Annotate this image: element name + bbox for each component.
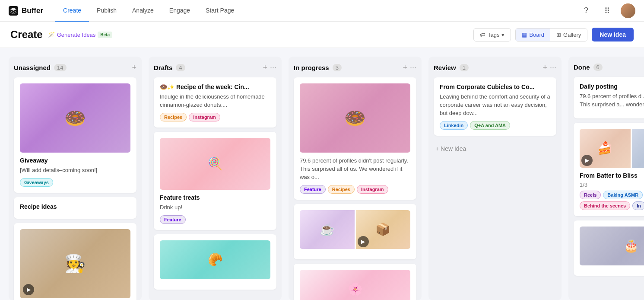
done-extra-image: 🎂 xyxy=(580,227,644,265)
tag-linkedin-1[interactable]: Linkedin xyxy=(440,121,468,130)
tag-recipes-1[interactable]: Recipes xyxy=(160,113,187,121)
card-tags-corporate: Linkedin Q+A and AMA xyxy=(440,121,550,130)
column-title-unassigned: Unassigned xyxy=(14,64,51,71)
card-recipe-week[interactable]: 🍩✨ Recipe of the week: Cin... Indulge in… xyxy=(154,77,276,128)
gallery-view-button[interactable]: ⊞ Gallery xyxy=(550,29,587,41)
tag-giveaways[interactable]: Giveaways xyxy=(20,178,53,187)
tag-instagram-1[interactable]: Instagram xyxy=(189,113,220,121)
column-more-button-in-progress[interactable]: ··· xyxy=(410,64,416,71)
nav-engage[interactable]: Engage xyxy=(162,0,198,22)
board-view-button[interactable]: ▦ Board xyxy=(516,29,550,41)
column-actions-in-progress: + ··· xyxy=(403,64,416,71)
card-title-recipe-week: 🍩✨ Recipe of the week: Cin... xyxy=(160,83,270,90)
chevron-down-icon: ▾ xyxy=(501,32,504,38)
card-daily-posting[interactable]: Daily posting 79.6 percent of profiles d… xyxy=(574,77,644,118)
column-header-unassigned: Unassigned 14 + xyxy=(14,64,136,71)
column-count-review: 1 xyxy=(460,64,469,71)
card-image-popsicles: 🍭 xyxy=(160,138,270,190)
board-label: Board xyxy=(529,32,544,38)
card-tags-batter: Reels Baking ASMR Behind the scenes In xyxy=(580,191,644,210)
nav-right: ? ⠿ xyxy=(579,3,635,18)
tags-button[interactable]: 🏷 Tags ▾ xyxy=(473,28,511,41)
video-badge-grid: ▶ xyxy=(358,236,369,247)
tag-reels-1[interactable]: Reels xyxy=(580,191,601,199)
column-more-button-drafts[interactable]: ··· xyxy=(270,64,276,71)
top-navigation: Buffer Create Publish Analyze Engage Sta… xyxy=(0,0,644,22)
column-title-in-progress: In progress xyxy=(294,64,329,71)
column-add-button-drafts[interactable]: + xyxy=(263,64,267,71)
logo-text: Buffer xyxy=(22,6,43,15)
new-idea-button[interactable]: New Idea xyxy=(592,28,634,41)
column-actions-drafts: + ··· xyxy=(263,64,276,71)
generate-ideas-button[interactable]: 🪄 Generate Ideas Beta xyxy=(48,32,112,38)
recipe-emoji: 🍩✨ xyxy=(160,83,176,90)
column-header-review: Review 1 + ··· xyxy=(434,64,556,71)
coffee-image: ☕ xyxy=(300,210,355,249)
card-image-grid: ☕ 📦 ▶ xyxy=(300,210,410,249)
tag-in-1[interactable]: In xyxy=(632,201,644,210)
board: Unassigned 14 + 🍩 Giveaway [Will add det… xyxy=(0,48,644,300)
card-desc-recipe-week: Indulge in the deliciousness of homemade… xyxy=(160,93,270,109)
card-image-sprinkles: 🍩 xyxy=(300,83,410,153)
tag-icon: 🏷 xyxy=(480,32,485,38)
video-badge-baking: ▶ xyxy=(23,284,34,295)
column-title-done: Done xyxy=(574,64,590,71)
card-baking[interactable]: 🧑‍🍳 ▶ 🔍 Ever wondered what goes on behin… xyxy=(14,223,136,300)
tag-feature-1[interactable]: Feature xyxy=(160,215,186,224)
tag-feature-2[interactable]: Feature xyxy=(300,185,326,194)
nav-create[interactable]: Create xyxy=(55,0,89,22)
card-sprinkles[interactable]: 🍩 79.6 percent of profiles didn't post r… xyxy=(294,77,416,200)
column-header-done: Done 6 xyxy=(574,64,644,71)
sparkle-icon: 🪄 xyxy=(48,32,55,38)
column-unassigned: Unassigned 14 + 🍩 Giveaway [Will add det… xyxy=(9,57,142,300)
card-cyan[interactable]: 🥐 xyxy=(154,234,276,290)
gallery-label: Gallery xyxy=(563,32,581,38)
card-feature-treats[interactable]: 🍭 Feature treats Drink up! Feature xyxy=(154,132,276,230)
grid-button[interactable]: ⠿ xyxy=(600,4,614,18)
card-done-extra[interactable]: 🎂 xyxy=(574,220,644,276)
nav-publish[interactable]: Publish xyxy=(89,0,124,22)
card-tags-sprinkles: Feature Recipes Instagram xyxy=(300,185,410,194)
avatar-image xyxy=(621,3,635,18)
column-header-drafts: Drafts 4 + ··· xyxy=(154,64,276,71)
new-idea-inline-review[interactable]: + New Idea xyxy=(434,142,556,156)
box-image-container: 📦 ▶ xyxy=(356,210,411,249)
buffer-logo-icon xyxy=(9,6,18,16)
column-done: Done 6 Daily posting 79.6 percent of pro… xyxy=(568,57,644,300)
card-title-corporate: From Corporate Cubicles to Co... xyxy=(440,83,550,90)
tag-recipes-2[interactable]: Recipes xyxy=(328,185,355,194)
logo[interactable]: Buffer xyxy=(9,6,43,16)
card-tags-feature-treats: Feature xyxy=(160,215,270,224)
card-batter-bliss[interactable]: 🍰 ▶ 🎂 From Batter to Bliss 1/3 Reels Bak… xyxy=(574,123,644,216)
card-pink[interactable]: 🌸 xyxy=(294,264,416,300)
nav-analyze[interactable]: Analyze xyxy=(124,0,162,22)
card-corporate[interactable]: From Corporate Cubicles to Co... Leaving… xyxy=(434,77,556,136)
tag-instagram-2[interactable]: Instagram xyxy=(357,185,388,194)
card-image-grid-batter: 🍰 ▶ 🎂 xyxy=(580,129,644,168)
help-button[interactable]: ? xyxy=(579,4,593,18)
card-title-feature-treats: Feature treats xyxy=(160,194,270,201)
column-in-progress: In progress 3 + ··· 🍩 79.6 percent of pr… xyxy=(289,57,422,300)
baking-image: 🧑‍🍳 xyxy=(20,229,130,298)
card-title-giveaway: Giveaway xyxy=(20,157,130,164)
card-recipe-ideas[interactable]: Recipe ideas xyxy=(14,197,136,219)
card-desc-corporate: Leaving behind the comfort and security … xyxy=(440,93,550,118)
card-tags-recipe-week: Recipes Instagram xyxy=(160,113,270,121)
avatar[interactable] xyxy=(621,3,635,18)
card-desc-feature-treats: Drink up! xyxy=(160,204,270,212)
card-grid[interactable]: ☕ 📦 ▶ xyxy=(294,204,416,259)
nav-start-page[interactable]: Start Page xyxy=(198,0,242,22)
column-title-drafts: Drafts xyxy=(154,64,172,71)
card-title-recipe-ideas: Recipe ideas xyxy=(20,203,130,210)
column-add-button-unassigned[interactable]: + xyxy=(132,64,136,71)
card-title-batter: From Batter to Bliss xyxy=(580,172,644,179)
tag-qa-1[interactable]: Q+A and AMA xyxy=(470,121,510,130)
tag-baking-1[interactable]: Baking ASMR xyxy=(603,191,643,199)
card-giveaway[interactable]: 🍩 Giveaway [Will add details–coming soon… xyxy=(14,77,136,193)
done2-image: 🎂 xyxy=(632,129,644,168)
card-image-baking: 🧑‍🍳 ▶ xyxy=(20,229,130,298)
column-add-button-in-progress[interactable]: + xyxy=(403,64,407,71)
column-add-button-review[interactable]: + xyxy=(542,64,547,71)
column-more-button-review[interactable]: ··· xyxy=(550,64,556,71)
tag-behind-1[interactable]: Behind the scenes xyxy=(580,201,630,210)
